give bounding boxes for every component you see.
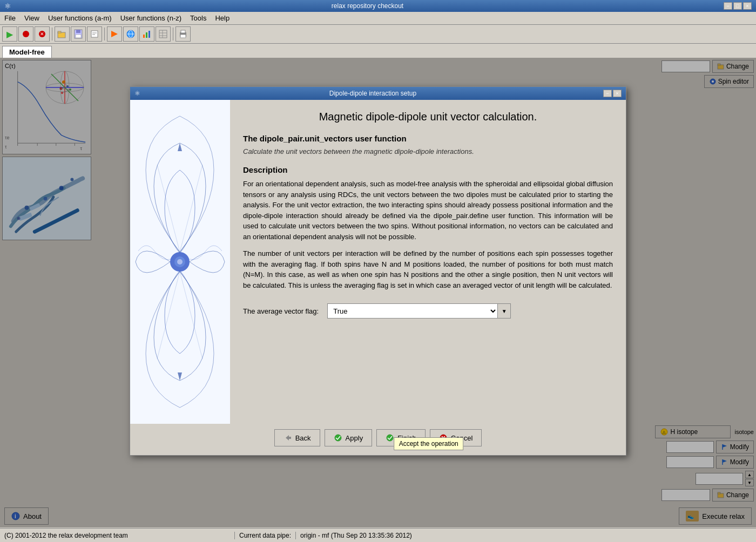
run-button[interactable]: ▶	[2, 26, 17, 42]
svg-rect-12	[143, 35, 145, 38]
menu-file[interactable]: File	[0, 13, 20, 23]
window-title: relax repository checkout	[11, 2, 724, 10]
finish-button[interactable]: Finish Accept the operation	[376, 429, 426, 446]
dialog-func-title: The dipole_pair.unit_vectors user functi…	[243, 134, 613, 143]
open-file-button[interactable]	[55, 26, 70, 42]
minimize-btn[interactable]: −	[724, 2, 732, 10]
back-icon	[284, 433, 292, 442]
dialog-titlebar: ⚛ Dipole-dipole interaction setup − ×	[130, 87, 626, 100]
dialog-func-desc: Calculate the unit vectors between the m…	[243, 147, 613, 155]
back-button[interactable]: Back	[274, 429, 320, 446]
maximize-btn[interactable]: □	[733, 2, 742, 10]
modal-overlay: ⚛ Dipole-dipole interaction setup − ×	[0, 58, 756, 527]
dipole-field-svg	[130, 100, 230, 424]
dialog-close-btn[interactable]: ×	[613, 90, 622, 97]
toolbar: ▶ ✕	[0, 25, 756, 44]
close-button[interactable]: ✕	[35, 26, 50, 42]
close-window-btn[interactable]: ×	[743, 2, 752, 10]
window-controls: − □ ×	[724, 2, 752, 10]
toolbar-separator-3	[173, 28, 173, 40]
dialog-description-title: Description	[243, 165, 613, 174]
tab-bar: Model-free	[0, 44, 756, 58]
title-bar: ⚛ relax repository checkout − □ ×	[0, 0, 756, 12]
svg-rect-75	[289, 437, 291, 439]
print-button[interactable]	[176, 26, 191, 42]
svg-rect-4	[76, 35, 81, 38]
svg-rect-14	[148, 31, 150, 38]
dialog-field-row: The average vector flag: True False ▼	[243, 303, 613, 319]
svg-rect-5	[91, 31, 98, 37]
globe-button[interactable]	[123, 26, 138, 42]
chart-button[interactable]	[139, 26, 154, 42]
dialog-title: Dipole-dipole interaction setup	[329, 90, 416, 97]
svg-point-77	[387, 435, 393, 441]
table-button[interactable]	[156, 26, 171, 42]
dialog-controls: − ×	[603, 90, 622, 97]
apply-button[interactable]: Apply	[325, 429, 373, 446]
app-icon: ⚛	[4, 2, 11, 10]
svg-rect-21	[180, 35, 186, 38]
run-script-button[interactable]	[107, 26, 122, 42]
dialog-dipole-image	[130, 100, 230, 424]
toolbar-separator-1	[52, 28, 52, 40]
svg-rect-20	[181, 30, 185, 33]
finish-icon	[386, 433, 394, 442]
svg-rect-3	[76, 30, 80, 33]
dialog-para-1: For an orientational dependent analysis,…	[243, 179, 613, 242]
main-area: C(τ) τ	[0, 58, 756, 527]
menu-bar: File View User functions (a-m) User func…	[0, 12, 756, 25]
menu-view[interactable]: View	[20, 13, 44, 23]
dialog-minimize-btn[interactable]: −	[603, 90, 612, 97]
svg-rect-13	[146, 32, 147, 38]
svg-point-67	[177, 259, 183, 265]
dialog-buttons: Back Apply Finish Accept th	[130, 424, 626, 455]
menu-tools[interactable]: Tools	[186, 13, 211, 23]
status-bar: (C) 2001-2012 the relax development team…	[0, 528, 756, 542]
dialog-icon: ⚛	[134, 90, 140, 97]
dialog-content: Magnetic dipole-dipole unit vector calcu…	[230, 100, 626, 424]
menu-user-functions-am[interactable]: User functions (a-m)	[44, 13, 116, 23]
dialog-dipole-setup: ⚛ Dipole-dipole interaction setup − ×	[130, 86, 626, 456]
svg-marker-74	[286, 435, 289, 441]
toolbar-separator-2	[104, 28, 105, 40]
dialog-body: Magnetic dipole-dipole unit vector calcu…	[130, 100, 626, 424]
menu-user-functions-nz[interactable]: User functions (n-z)	[116, 13, 186, 23]
finish-tooltip: Accept the operation	[394, 437, 463, 450]
average-vector-flag-select[interactable]: True False	[328, 304, 497, 318]
dialog-field-label: The average vector flag:	[243, 307, 319, 315]
svg-marker-8	[111, 31, 118, 37]
dialog-select-container: True False ▼	[327, 303, 511, 319]
svg-point-76	[335, 435, 341, 441]
pipe-value: origin - mf (Thu Sep 20 13:35:36 2012)	[296, 532, 756, 539]
svg-rect-1	[58, 31, 61, 33]
save-file-button[interactable]	[71, 26, 86, 42]
svg-rect-15	[159, 30, 167, 38]
dialog-main-title: Magnetic dipole-dipole unit vector calcu…	[243, 111, 613, 123]
dialog-para-2: The number of unit vectors per interacti…	[243, 248, 613, 290]
stop-button[interactable]	[18, 26, 33, 42]
select-arrow-icon[interactable]: ▼	[497, 304, 510, 318]
tab-model-free[interactable]: Model-free	[2, 46, 52, 58]
apply-icon	[334, 433, 342, 442]
copyright-text: (C) 2001-2012 the relax development team	[0, 532, 234, 539]
edit-button[interactable]	[87, 26, 102, 42]
pipe-label: Current data pipe:	[234, 532, 296, 539]
menu-help[interactable]: Help	[211, 13, 234, 23]
